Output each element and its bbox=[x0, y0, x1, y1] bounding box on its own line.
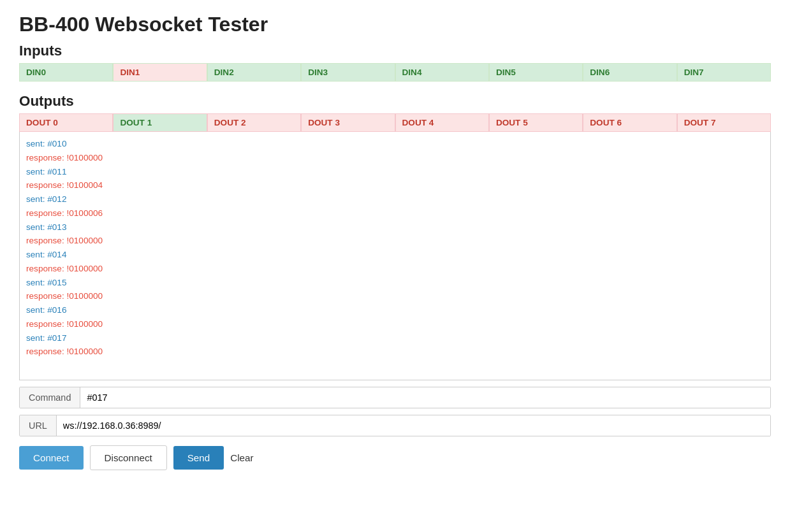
log-line: sent: #011 bbox=[26, 165, 764, 179]
dout-cell-dout3: DOUT 3 bbox=[301, 113, 395, 132]
dout-cell-dout2: DOUT 2 bbox=[207, 113, 301, 132]
log-line: sent: #012 bbox=[26, 192, 764, 206]
clear-button[interactable]: Clear bbox=[230, 452, 253, 463]
log-line: response: !0100004 bbox=[26, 178, 764, 192]
log-line: sent: #010 bbox=[26, 137, 764, 151]
log-line: sent: #014 bbox=[26, 248, 764, 262]
din-cell-din3: DIN3 bbox=[301, 63, 395, 82]
outputs-grid: DOUT 0DOUT 1DOUT 2DOUT 3DOUT 4DOUT 5DOUT… bbox=[19, 113, 771, 132]
url-row: URL bbox=[19, 415, 771, 436]
outputs-label: Outputs bbox=[19, 93, 771, 110]
log-line: response: !0100006 bbox=[26, 206, 764, 220]
disconnect-button[interactable]: Disconnect bbox=[90, 445, 167, 470]
dout-cell-dout6: DOUT 6 bbox=[583, 113, 677, 132]
dout-cell-dout4: DOUT 4 bbox=[395, 113, 489, 132]
dout-cell-dout1: DOUT 1 bbox=[113, 113, 207, 132]
command-row: Command bbox=[19, 387, 771, 408]
connect-button[interactable]: Connect bbox=[19, 446, 84, 470]
din-cell-din1: DIN1 bbox=[113, 63, 207, 82]
log-line: response: !0100000 bbox=[26, 262, 764, 276]
din-cell-din6: DIN6 bbox=[583, 63, 677, 82]
log-line: sent: #017 bbox=[26, 331, 764, 345]
log-line: response: !0100000 bbox=[26, 289, 764, 303]
log-area: sent: #010response: !0100000sent: #011re… bbox=[19, 132, 771, 380]
url-label: URL bbox=[20, 415, 57, 436]
log-line: sent: #015 bbox=[26, 276, 764, 290]
log-line: sent: #013 bbox=[26, 220, 764, 234]
log-line: sent: #016 bbox=[26, 303, 764, 317]
din-cell-din0: DIN0 bbox=[19, 63, 113, 82]
send-button[interactable]: Send bbox=[173, 446, 224, 470]
url-input[interactable] bbox=[57, 415, 770, 436]
dout-cell-dout5: DOUT 5 bbox=[489, 113, 583, 132]
din-cell-din2: DIN2 bbox=[207, 63, 301, 82]
command-input[interactable] bbox=[80, 387, 770, 408]
log-line: response: !0100000 bbox=[26, 317, 764, 331]
log-line: response: !0100000 bbox=[26, 234, 764, 248]
log-line: response: !0100000 bbox=[26, 151, 764, 165]
inputs-grid: DIN0DIN1DIN2DIN3DIN4DIN5DIN6DIN7 bbox=[19, 63, 771, 82]
dout-cell-dout7: DOUT 7 bbox=[677, 113, 771, 132]
dout-cell-dout0: DOUT 0 bbox=[19, 113, 113, 132]
log-line: response: !0100000 bbox=[26, 345, 764, 359]
din-cell-din5: DIN5 bbox=[489, 63, 583, 82]
din-cell-din7: DIN7 bbox=[677, 63, 771, 82]
command-label: Command bbox=[20, 387, 80, 408]
button-row: Connect Disconnect Send Clear bbox=[19, 445, 771, 470]
page-title: BB-400 Websocket Tester bbox=[19, 13, 771, 36]
inputs-label: Inputs bbox=[19, 43, 771, 59]
din-cell-din4: DIN4 bbox=[395, 63, 489, 82]
